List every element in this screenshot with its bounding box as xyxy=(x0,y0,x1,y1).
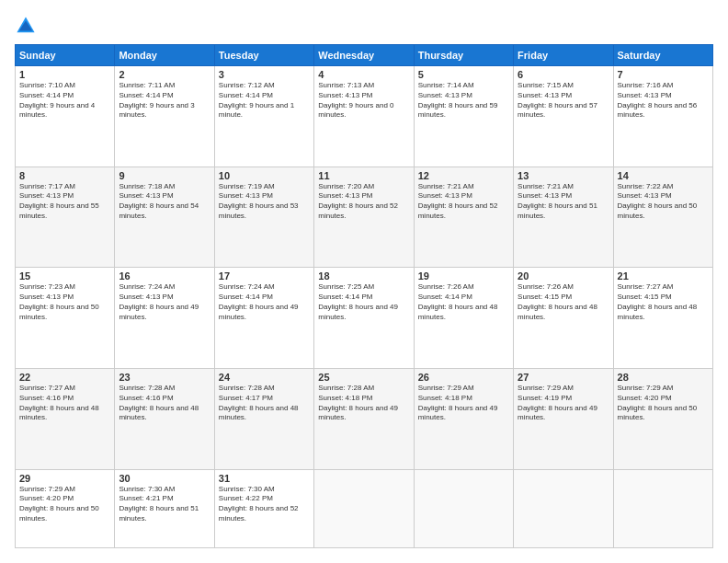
cell-info: Sunrise: 7:28 AM Sunset: 4:17 PM Dayligh… xyxy=(219,384,310,423)
day-number: 25 xyxy=(318,372,409,383)
calendar-cell: 10 Sunrise: 7:19 AM Sunset: 4:13 PM Dayl… xyxy=(214,167,313,268)
weekday-header-wednesday: Wednesday xyxy=(314,45,414,66)
day-number: 28 xyxy=(618,372,709,383)
calendar-cell: 16 Sunrise: 7:24 AM Sunset: 4:13 PM Dayl… xyxy=(115,268,214,369)
day-number: 18 xyxy=(318,270,409,282)
calendar-cell: 1 Sunrise: 7:10 AM Sunset: 4:14 PM Dayli… xyxy=(16,66,115,167)
calendar-cell: 31 Sunrise: 7:30 AM Sunset: 4:22 PM Dayl… xyxy=(214,469,313,547)
cell-info: Sunrise: 7:25 AM Sunset: 4:14 PM Dayligh… xyxy=(318,282,409,322)
calendar-cell: 11 Sunrise: 7:20 AM Sunset: 4:13 PM Dayl… xyxy=(314,167,414,268)
cell-info: Sunrise: 7:27 AM Sunset: 4:16 PM Dayligh… xyxy=(19,384,110,423)
day-number: 21 xyxy=(618,270,709,282)
cell-info: Sunrise: 7:12 AM Sunset: 4:14 PM Dayligh… xyxy=(219,81,310,121)
calendar-cell: 9 Sunrise: 7:18 AM Sunset: 4:13 PM Dayli… xyxy=(115,167,214,268)
cell-info: Sunrise: 7:30 AM Sunset: 4:21 PM Dayligh… xyxy=(119,485,210,524)
day-number: 12 xyxy=(418,170,509,181)
calendar-cell: 22 Sunrise: 7:27 AM Sunset: 4:16 PM Dayl… xyxy=(16,369,115,470)
weekday-header-row: SundayMondayTuesdayWednesdayThursdayFrid… xyxy=(16,45,713,66)
cell-info: Sunrise: 7:29 AM Sunset: 4:18 PM Dayligh… xyxy=(418,384,509,423)
cell-info: Sunrise: 7:29 AM Sunset: 4:20 PM Dayligh… xyxy=(618,384,709,423)
calendar-cell xyxy=(314,469,414,547)
day-number: 31 xyxy=(219,473,310,484)
weekday-header-friday: Friday xyxy=(514,45,613,66)
day-number: 9 xyxy=(119,170,210,181)
cell-info: Sunrise: 7:23 AM Sunset: 4:13 PM Dayligh… xyxy=(19,282,110,322)
cell-info: Sunrise: 7:29 AM Sunset: 4:20 PM Dayligh… xyxy=(19,485,110,524)
calendar-cell xyxy=(514,469,613,547)
calendar-cell: 4 Sunrise: 7:13 AM Sunset: 4:13 PM Dayli… xyxy=(314,66,414,167)
day-number: 14 xyxy=(618,170,709,181)
day-number: 2 xyxy=(119,69,210,80)
cell-info: Sunrise: 7:26 AM Sunset: 4:15 PM Dayligh… xyxy=(518,282,609,322)
page: SundayMondayTuesdayWednesdayThursdayFrid… xyxy=(0,0,728,563)
day-number: 10 xyxy=(219,170,310,181)
cell-info: Sunrise: 7:24 AM Sunset: 4:14 PM Dayligh… xyxy=(219,282,310,322)
header xyxy=(15,15,713,37)
day-number: 17 xyxy=(219,270,310,282)
day-number: 3 xyxy=(219,69,310,80)
cell-info: Sunrise: 7:17 AM Sunset: 4:13 PM Dayligh… xyxy=(19,182,110,222)
calendar-cell: 29 Sunrise: 7:29 AM Sunset: 4:20 PM Dayl… xyxy=(16,469,115,547)
day-number: 29 xyxy=(19,473,110,484)
calendar-cell: 18 Sunrise: 7:25 AM Sunset: 4:14 PM Dayl… xyxy=(314,268,414,369)
calendar-cell: 28 Sunrise: 7:29 AM Sunset: 4:20 PM Dayl… xyxy=(613,369,712,470)
weekday-header-thursday: Thursday xyxy=(414,45,513,66)
calendar-cell xyxy=(414,469,513,547)
calendar-cell: 20 Sunrise: 7:26 AM Sunset: 4:15 PM Dayl… xyxy=(514,268,613,369)
calendar-cell: 25 Sunrise: 7:28 AM Sunset: 4:18 PM Dayl… xyxy=(314,369,414,470)
calendar-cell: 12 Sunrise: 7:21 AM Sunset: 4:13 PM Dayl… xyxy=(414,167,513,268)
day-number: 4 xyxy=(318,69,409,80)
calendar-week-3: 15 Sunrise: 7:23 AM Sunset: 4:13 PM Dayl… xyxy=(16,268,713,369)
calendar-cell: 6 Sunrise: 7:15 AM Sunset: 4:13 PM Dayli… xyxy=(514,66,613,167)
cell-info: Sunrise: 7:14 AM Sunset: 4:13 PM Dayligh… xyxy=(418,81,509,121)
cell-info: Sunrise: 7:28 AM Sunset: 4:16 PM Dayligh… xyxy=(119,384,210,423)
cell-info: Sunrise: 7:21 AM Sunset: 4:13 PM Dayligh… xyxy=(418,182,509,222)
calendar-cell: 26 Sunrise: 7:29 AM Sunset: 4:18 PM Dayl… xyxy=(414,369,513,470)
calendar-cell: 13 Sunrise: 7:21 AM Sunset: 4:13 PM Dayl… xyxy=(514,167,613,268)
cell-info: Sunrise: 7:22 AM Sunset: 4:13 PM Dayligh… xyxy=(618,182,709,222)
calendar-cell: 7 Sunrise: 7:16 AM Sunset: 4:13 PM Dayli… xyxy=(613,66,712,167)
calendar-cell: 15 Sunrise: 7:23 AM Sunset: 4:13 PM Dayl… xyxy=(16,268,115,369)
day-number: 22 xyxy=(19,372,110,383)
cell-info: Sunrise: 7:18 AM Sunset: 4:13 PM Dayligh… xyxy=(119,182,210,222)
day-number: 16 xyxy=(119,270,210,282)
calendar-cell: 8 Sunrise: 7:17 AM Sunset: 4:13 PM Dayli… xyxy=(16,167,115,268)
calendar-cell xyxy=(613,469,712,547)
cell-info: Sunrise: 7:30 AM Sunset: 4:22 PM Dayligh… xyxy=(219,485,310,524)
day-number: 26 xyxy=(418,372,509,383)
cell-info: Sunrise: 7:19 AM Sunset: 4:13 PM Dayligh… xyxy=(219,182,310,222)
cell-info: Sunrise: 7:21 AM Sunset: 4:13 PM Dayligh… xyxy=(518,182,609,222)
day-number: 19 xyxy=(418,270,509,282)
calendar-week-4: 22 Sunrise: 7:27 AM Sunset: 4:16 PM Dayl… xyxy=(16,369,713,470)
day-number: 24 xyxy=(219,372,310,383)
calendar-cell: 2 Sunrise: 7:11 AM Sunset: 4:14 PM Dayli… xyxy=(115,66,214,167)
cell-info: Sunrise: 7:29 AM Sunset: 4:19 PM Dayligh… xyxy=(518,384,609,423)
day-number: 13 xyxy=(518,170,609,181)
day-number: 15 xyxy=(19,270,110,282)
calendar-week-1: 1 Sunrise: 7:10 AM Sunset: 4:14 PM Dayli… xyxy=(16,66,713,167)
weekday-header-sunday: Sunday xyxy=(16,45,115,66)
logo xyxy=(15,15,40,37)
calendar-week-5: 29 Sunrise: 7:29 AM Sunset: 4:20 PM Dayl… xyxy=(16,469,713,547)
cell-info: Sunrise: 7:20 AM Sunset: 4:13 PM Dayligh… xyxy=(318,182,409,222)
day-number: 27 xyxy=(518,372,609,383)
cell-info: Sunrise: 7:27 AM Sunset: 4:15 PM Dayligh… xyxy=(618,282,709,322)
day-number: 20 xyxy=(518,270,609,282)
cell-info: Sunrise: 7:16 AM Sunset: 4:13 PM Dayligh… xyxy=(618,81,709,121)
day-number: 6 xyxy=(518,69,609,80)
calendar-table: SundayMondayTuesdayWednesdayThursdayFrid… xyxy=(15,44,713,548)
calendar-cell: 17 Sunrise: 7:24 AM Sunset: 4:14 PM Dayl… xyxy=(214,268,313,369)
calendar-cell: 23 Sunrise: 7:28 AM Sunset: 4:16 PM Dayl… xyxy=(115,369,214,470)
calendar-cell: 21 Sunrise: 7:27 AM Sunset: 4:15 PM Dayl… xyxy=(613,268,712,369)
cell-info: Sunrise: 7:15 AM Sunset: 4:13 PM Dayligh… xyxy=(518,81,609,121)
day-number: 1 xyxy=(19,69,110,80)
cell-info: Sunrise: 7:24 AM Sunset: 4:13 PM Dayligh… xyxy=(119,282,210,322)
logo-icon xyxy=(15,15,37,37)
weekday-header-tuesday: Tuesday xyxy=(214,45,313,66)
calendar-cell: 19 Sunrise: 7:26 AM Sunset: 4:14 PM Dayl… xyxy=(414,268,513,369)
weekday-header-monday: Monday xyxy=(115,45,214,66)
day-number: 11 xyxy=(318,170,409,181)
day-number: 8 xyxy=(19,170,110,181)
cell-info: Sunrise: 7:26 AM Sunset: 4:14 PM Dayligh… xyxy=(418,282,509,322)
day-number: 5 xyxy=(418,69,509,80)
